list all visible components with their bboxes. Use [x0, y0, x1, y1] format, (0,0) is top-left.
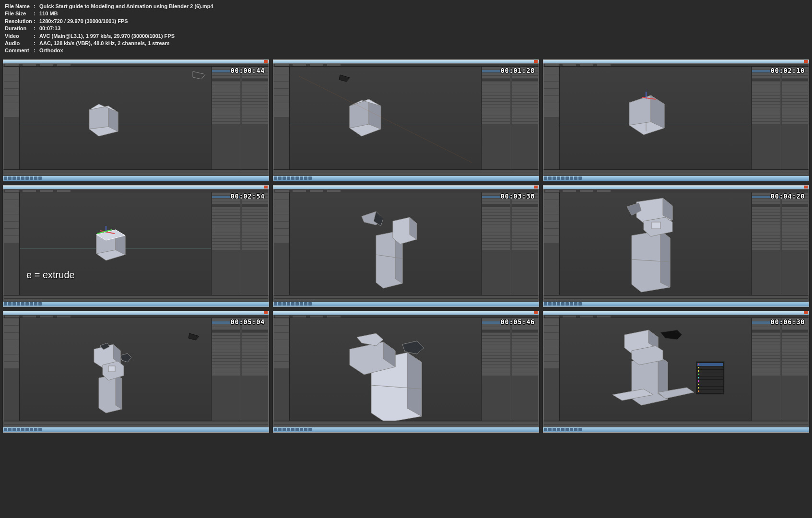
viewport-3d [290, 318, 481, 421]
viewport-3d [560, 67, 751, 169]
thumbnail-grid: 00:00:44 00:01:28 [0, 58, 812, 435]
thumbnail[interactable]: 00:04:20 [543, 185, 809, 307]
svg-marker-46 [120, 353, 131, 362]
thumbnail[interactable]: 00:05:04 [3, 311, 269, 433]
value-video: AVC (Main@L3.1), 1 997 kb/s, 29.970 (300… [39, 33, 175, 40]
annotation-text: e = extrude [26, 270, 75, 281]
outliner-panel [241, 318, 269, 421]
close-icon [264, 311, 268, 314]
window-titlebar [543, 311, 809, 315]
timeline [3, 421, 269, 427]
timeline [543, 169, 809, 176]
thumbnail[interactable]: 00:03:38 [273, 185, 539, 307]
outliner-panel [511, 318, 539, 421]
timeline [273, 295, 539, 302]
taskbar [543, 302, 809, 306]
tool-shelf [3, 192, 20, 295]
taskbar [273, 427, 539, 432]
outliner-panel [781, 67, 809, 169]
outliner-panel [241, 67, 269, 169]
thumbnail[interactable]: 00:05:46 [273, 311, 539, 433]
value-audio: AAC, 128 kb/s (VBR), 48.0 kHz, 2 channel… [39, 40, 169, 47]
window-titlebar [273, 60, 539, 64]
tool-shelf [543, 318, 560, 421]
properties-panel [751, 318, 781, 421]
properties-panel [481, 67, 511, 169]
viewport-3d [560, 192, 751, 295]
label-resolution: Resolution [5, 18, 34, 25]
label-duration: Duration [5, 25, 34, 32]
timeline [3, 295, 269, 302]
window-titlebar [3, 60, 269, 64]
svg-rect-45 [108, 366, 115, 372]
outliner-panel [781, 192, 809, 295]
svg-marker-14 [629, 95, 651, 125]
timestamp: 00:06:30 [771, 318, 805, 326]
timestamp: 00:00:44 [231, 67, 265, 74]
thumbnail[interactable]: 00:02:10 [543, 59, 809, 181]
svg-marker-60 [660, 330, 682, 340]
tool-shelf [3, 318, 20, 421]
thumbnail[interactable]: 00:06:30 [543, 311, 809, 433]
close-icon [534, 186, 538, 188]
taskbar [273, 302, 539, 306]
camera-icon [192, 71, 206, 80]
window-titlebar [3, 311, 269, 315]
timestamp: 00:02:10 [771, 67, 805, 74]
taskbar [3, 176, 269, 181]
thumbnail[interactable]: e = extrude 00:02:54 [3, 185, 269, 307]
file-metadata: File Name:Quick Start guide to Modeling … [0, 0, 812, 58]
tool-shelf [543, 67, 560, 169]
timestamp: 00:05:04 [231, 318, 265, 326]
label-filesize: File Size [5, 10, 34, 17]
camera-icon [187, 332, 201, 342]
close-icon [264, 186, 268, 188]
window-titlebar [543, 60, 809, 64]
timestamp: 00:03:38 [501, 192, 535, 200]
properties-panel [481, 318, 511, 421]
timestamp: 00:04:20 [771, 192, 805, 200]
viewport-3d [290, 67, 481, 169]
outliner-panel [511, 67, 539, 169]
svg-line-10 [299, 76, 472, 163]
timestamp: 00:02:54 [231, 192, 265, 200]
svg-marker-48 [188, 333, 199, 340]
close-icon [534, 60, 538, 63]
thumbnail[interactable]: 00:01:28 [273, 59, 539, 181]
timeline [543, 295, 809, 302]
label-filename: File Name [5, 3, 34, 10]
label-comment: Comment [5, 47, 34, 54]
window-titlebar [3, 186, 269, 189]
window-titlebar [273, 311, 539, 315]
properties-panel [211, 318, 241, 421]
value-filename: Quick Start guide to Modeling and Animat… [39, 3, 213, 10]
svg-marker-54 [402, 341, 424, 354]
window-titlebar [273, 186, 539, 189]
timestamp: 00:01:28 [501, 67, 535, 74]
svg-marker-50 [407, 353, 422, 416]
close-icon [804, 60, 808, 63]
tool-shelf [273, 318, 290, 421]
thumbnail[interactable]: 00:00:44 [3, 59, 269, 181]
taskbar [273, 176, 539, 181]
taskbar [3, 302, 269, 306]
bottom-area [0, 435, 812, 518]
svg-rect-38 [652, 222, 660, 229]
properties-panel [211, 67, 241, 169]
tool-shelf [543, 192, 560, 295]
value-resolution: 1280x720 / 29.970 (30000/1001) FPS [39, 18, 128, 25]
timeline [3, 169, 269, 176]
outliner-panel [241, 192, 269, 295]
properties-panel [481, 192, 511, 295]
close-icon [804, 311, 808, 314]
window-titlebar [543, 186, 809, 189]
value-comment: Orthodox [39, 47, 63, 54]
timeline [273, 169, 539, 176]
viewport-3d [560, 318, 751, 421]
timeline [273, 421, 539, 427]
tool-shelf [3, 67, 20, 169]
properties-panel [751, 67, 781, 169]
context-menu[interactable] [696, 361, 725, 395]
taskbar [543, 176, 809, 181]
properties-panel [751, 192, 781, 295]
